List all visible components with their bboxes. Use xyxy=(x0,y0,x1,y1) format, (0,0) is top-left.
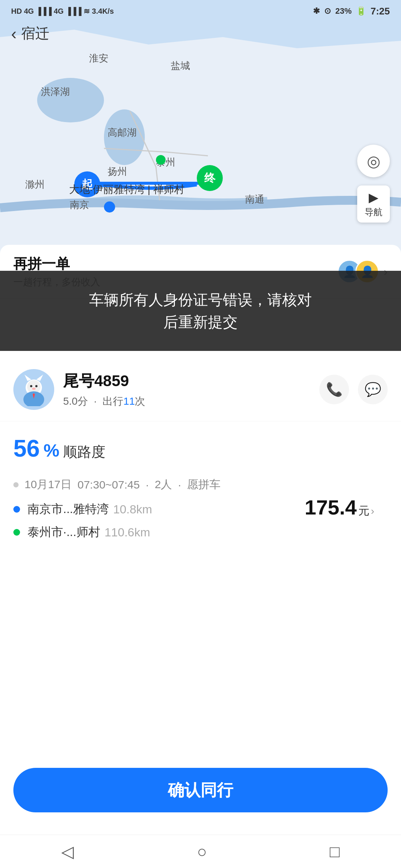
meta-dot xyxy=(13,482,19,487)
place-yangzhou: 扬州 xyxy=(108,165,127,178)
confirm-button[interactable]: 确认同行 xyxy=(13,768,388,812)
price-box: 175.4 元 › xyxy=(305,495,374,519)
call-icon: 📞 xyxy=(326,382,343,397)
route-dist-2: 110.6km xyxy=(105,526,150,539)
route-percent-section: 56 % 顺路度 xyxy=(0,421,401,470)
small-dot xyxy=(104,201,115,213)
navigate-icon: ▶ xyxy=(369,190,378,205)
svg-point-10 xyxy=(32,388,36,390)
back-icon[interactable]: ‹ xyxy=(11,24,17,43)
driver-actions: 📞 💬 xyxy=(319,375,388,404)
map-header: ‹ 宿迁 xyxy=(11,24,49,43)
nav-recent[interactable]: □ xyxy=(330,842,340,861)
driver-plate: 尾号4859 xyxy=(63,371,319,391)
status-left: HD 4G ▐▐▐ 4G ▐▐▐ ≋ 3.4K/s xyxy=(11,7,114,16)
locate-button[interactable]: ◎ xyxy=(357,145,390,177)
battery-icon: 🔋 xyxy=(356,6,366,16)
route-place-2: 泰州市·...师村 xyxy=(27,524,100,540)
driver-info: 尾号4859 5.0分 · 出行11次 xyxy=(63,371,319,408)
nav-bar: ◁ ○ □ xyxy=(0,835,401,868)
location-icon: ⊙ xyxy=(324,6,331,16)
toast-overlay: 车辆所有人身份证号错误，请核对后重新提交 xyxy=(0,271,401,351)
trip-date: 10月17日 xyxy=(25,477,72,492)
trips-count: 11 xyxy=(123,395,135,407)
routes-wrapper: 南京市...雅特湾 10.8km 泰州市·...师村 110.6km 175.4… xyxy=(13,501,388,540)
trip-details: 10月17日 07:30~07:45 · 2人 · 愿拼车 南京市...雅特湾 … xyxy=(0,470,401,558)
driver-avatar xyxy=(13,369,54,410)
route-dot-blue xyxy=(13,506,20,513)
price-unit: 元 xyxy=(358,503,369,519)
place-chuzhou: 滁州 xyxy=(25,178,45,191)
trips-label: 出行 xyxy=(102,395,123,407)
route-dist-1: 10.8km xyxy=(113,503,152,516)
message-icon: 💬 xyxy=(365,382,381,397)
navigate-label: 导航 xyxy=(365,206,382,218)
location-label: 大地·伊丽雅特湾 | 禅师村 xyxy=(69,183,185,197)
nav-back[interactable]: ◁ xyxy=(61,842,74,861)
trip-carpool: 愿拼车 xyxy=(187,477,221,492)
place-yancheng: 盐城 xyxy=(171,59,190,72)
mid-dot xyxy=(156,155,166,165)
locate-icon: ◎ xyxy=(367,152,381,170)
svg-point-1 xyxy=(37,78,104,122)
confirm-label: 确认同行 xyxy=(168,779,233,801)
driver-stats: 5.0分 · 出行11次 xyxy=(63,394,319,408)
signal-text: HD 4G ▐▐▐ 4G ▐▐▐ ≋ 3.4K/s xyxy=(11,7,114,16)
bluetooth-icon: ✱ xyxy=(313,6,320,16)
place-nanjing: 南京 xyxy=(70,198,89,211)
navigate-button[interactable]: ▶ 导航 xyxy=(357,185,390,223)
trips-suffix: 次 xyxy=(135,395,145,407)
nav-home[interactable]: ○ xyxy=(197,842,207,861)
place-nantong: 南通 xyxy=(245,193,264,206)
place-hongzehu: 洪泽湖 xyxy=(41,85,70,98)
price-value: 175.4 xyxy=(305,495,357,519)
map-area: 淮安 洪泽湖 盐城 高邮湖 扬州 泰州 滁州 南京 南通 起 终 大地·伊丽雅特… xyxy=(0,0,401,267)
end-marker: 终 xyxy=(197,165,223,191)
status-bar: HD 4G ▐▐▐ 4G ▐▐▐ ≋ 3.4K/s ✱ ⊙ 23% 🔋 7:25 xyxy=(0,0,401,22)
message-button[interactable]: 💬 xyxy=(358,375,388,404)
call-button[interactable]: 📞 xyxy=(319,375,349,404)
percent-value: 56 xyxy=(13,435,40,462)
battery-text: 23% xyxy=(335,6,352,16)
trip-passengers: 2人 xyxy=(155,477,172,492)
status-right: ✱ ⊙ 23% 🔋 7:25 xyxy=(313,6,390,17)
toast-message: 车辆所有人身份证号错误，请核对后重新提交 xyxy=(22,289,379,333)
city-name: 宿迁 xyxy=(21,24,49,43)
svg-point-9 xyxy=(35,385,38,387)
place-gaoyouhu: 高邮湖 xyxy=(108,126,137,139)
price-arrow: › xyxy=(371,505,374,517)
svg-point-8 xyxy=(30,385,32,387)
time-text: 7:25 xyxy=(371,6,390,17)
rating: 5.0分 xyxy=(63,395,88,407)
place-huaian: 淮安 xyxy=(89,52,108,65)
route-entry-2: 泰州市·...师村 110.6km xyxy=(13,524,388,540)
route-place-1: 南京市...雅特湾 xyxy=(27,501,109,517)
percent-label: 顺路度 xyxy=(63,443,105,461)
percent-sign: % xyxy=(43,440,59,461)
trip-meta: 10月17日 07:30~07:45 · 2人 · 愿拼车 xyxy=(13,477,388,492)
driver-section: 尾号4859 5.0分 · 出行11次 📞 💬 xyxy=(0,358,401,421)
trip-time: 07:30~07:45 xyxy=(78,479,140,491)
route-dot-green xyxy=(13,529,20,536)
